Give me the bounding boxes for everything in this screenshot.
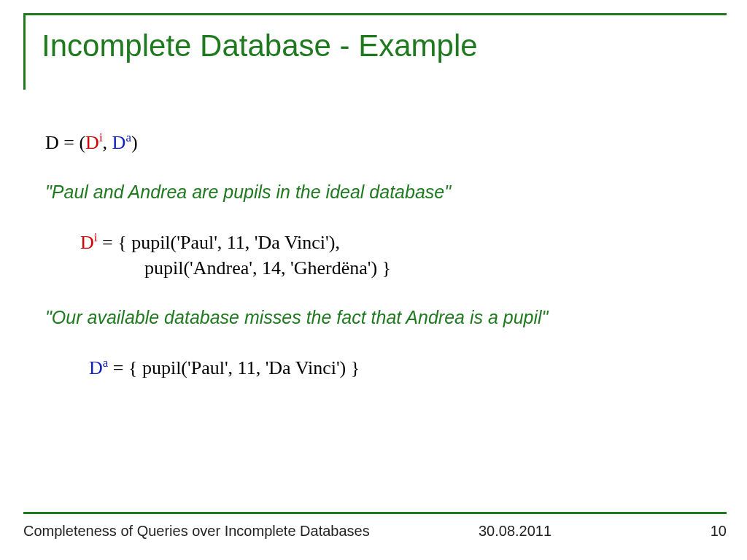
title-area: Incomplete Database - Example	[23, 13, 727, 90]
slide: Incomplete Database - Example D = (Di, D…	[23, 13, 727, 540]
da-base: D	[89, 357, 103, 378]
slide-title: Incomplete Database - Example	[42, 28, 727, 63]
d-ideal-base: D	[85, 132, 99, 153]
def-sep: ,	[103, 132, 112, 153]
def-prefix: D = (	[45, 132, 85, 153]
di-rest-line1: = { pupil('Paul', 11, 'Da Vinci'),	[97, 232, 339, 253]
d-available-symbol: Da	[112, 132, 131, 153]
d-available-sup: a	[125, 131, 131, 144]
ideal-db-line2: pupil('Andrea', 14, 'Gherdëna') }	[80, 255, 712, 281]
d-available-base: D	[112, 132, 126, 153]
d-ideal-symbol: Di	[85, 132, 102, 153]
ideal-db-block: Di = { pupil('Paul', 11, 'Da Vinci'), pu…	[45, 230, 712, 281]
ideal-db-line1: Di = { pupil('Paul', 11, 'Da Vinci'),	[80, 230, 712, 255]
footer-date: 30.08.2011	[479, 523, 668, 540]
d-available-symbol-2: Da	[89, 357, 108, 378]
quote-ideal: "Paul and Andrea are pupils in the ideal…	[45, 180, 712, 205]
footer: Completeness of Queries over Incomplete …	[23, 512, 727, 540]
di-base: D	[80, 232, 94, 253]
definition-line: D = (Di, Da)	[45, 130, 712, 155]
available-db-block: Da = { pupil('Paul', 11, 'Da Vinci') }	[45, 355, 712, 381]
content-area: D = (Di, Da) "Paul and Andrea are pupils…	[23, 130, 727, 381]
d-ideal-symbol-2: Di	[80, 232, 97, 253]
def-suffix: )	[131, 132, 138, 153]
da-rest: = { pupil('Paul', 11, 'Da Vinci') }	[108, 357, 360, 378]
footer-title: Completeness of Queries over Incomplete …	[23, 523, 479, 540]
quote-available: "Our available database misses the fact …	[45, 306, 712, 330]
footer-page: 10	[668, 523, 727, 540]
